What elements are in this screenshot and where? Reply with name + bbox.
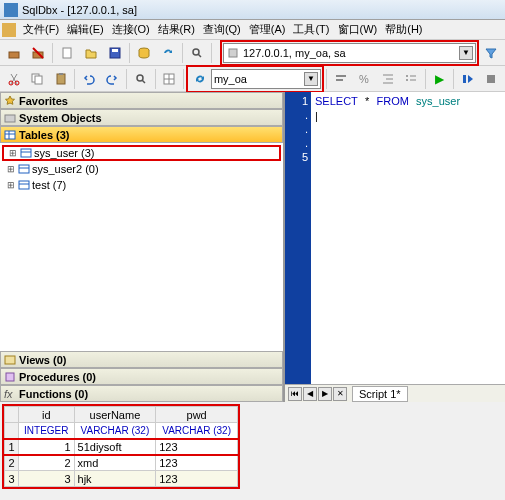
- menu-file[interactable]: 文件(F): [19, 20, 63, 39]
- svg-rect-5: [112, 49, 118, 52]
- tab-prev-button[interactable]: ◀: [303, 387, 317, 401]
- tree-node[interactable]: ⊞test (7): [2, 177, 281, 193]
- tab-next-button[interactable]: ▶: [318, 387, 332, 401]
- filter-button[interactable]: [480, 42, 502, 64]
- svg-rect-31: [463, 75, 466, 83]
- menu-window[interactable]: 窗口(W): [334, 20, 382, 39]
- tab-first-button[interactable]: ⏮: [288, 387, 302, 401]
- main-area: Favorites System Objects Tables (3) ⊞sys…: [0, 92, 505, 402]
- search-button[interactable]: [186, 42, 208, 64]
- menu-edit[interactable]: 编辑(E): [63, 20, 108, 39]
- cell[interactable]: 2: [19, 455, 75, 471]
- script-tab[interactable]: Script 1*: [352, 386, 408, 402]
- disconnect-button[interactable]: [27, 42, 49, 64]
- expand-icon[interactable]: ⊞: [6, 180, 16, 190]
- refresh-button[interactable]: [157, 42, 179, 64]
- sql-keyword: SELECT: [315, 95, 358, 107]
- column-type: VARCHAR (32): [74, 423, 156, 439]
- proc-icon: [4, 371, 16, 383]
- svg-rect-13: [35, 76, 42, 84]
- tree-label: test (7): [32, 179, 66, 191]
- pane-views[interactable]: Views (0): [0, 351, 283, 368]
- row-header[interactable]: 2: [5, 455, 19, 471]
- table-icon: [18, 179, 30, 191]
- app-icon: [4, 3, 18, 17]
- db-refresh-button[interactable]: [189, 68, 211, 90]
- pane-procedures[interactable]: Procedures (0): [0, 368, 283, 385]
- tab-close-button[interactable]: ✕: [333, 387, 347, 401]
- row-header[interactable]: 3: [5, 471, 19, 487]
- paste-button[interactable]: [50, 68, 71, 90]
- new-button[interactable]: [56, 42, 78, 64]
- menu-connect[interactable]: 连接(O): [108, 20, 154, 39]
- sql-identifier: sys_user: [416, 95, 460, 107]
- save-button[interactable]: [104, 42, 126, 64]
- copy-button[interactable]: [26, 68, 47, 90]
- line-gutter: 1...5: [285, 92, 311, 384]
- find-button[interactable]: [130, 68, 151, 90]
- column-header[interactable]: id: [19, 407, 75, 423]
- list-button[interactable]: [400, 68, 421, 90]
- chevron-down-icon[interactable]: ▼: [304, 72, 318, 86]
- grid-button[interactable]: [159, 68, 180, 90]
- svg-point-28: [406, 79, 408, 81]
- svg-rect-33: [5, 115, 15, 122]
- svg-rect-43: [5, 356, 15, 364]
- pane-system[interactable]: System Objects: [0, 109, 283, 126]
- stop-button[interactable]: [480, 68, 501, 90]
- tree-view[interactable]: ⊞sys_user (3)⊞sys_user2 (0)⊞test (7): [0, 143, 283, 351]
- pane-functions[interactable]: fx Functions (0): [0, 385, 283, 402]
- svg-rect-22: [336, 79, 343, 81]
- sql-editor[interactable]: SELECT * FROM sys_user |: [311, 92, 505, 384]
- menu-admin[interactable]: 管理(A): [245, 20, 290, 39]
- svg-rect-3: [63, 48, 71, 58]
- step-button[interactable]: [457, 68, 478, 90]
- cell[interactable]: hjk: [74, 471, 156, 487]
- cell[interactable]: 123: [156, 455, 238, 471]
- pane-label: System Objects: [19, 112, 102, 124]
- svg-line-8: [198, 54, 201, 57]
- tree-node[interactable]: ⊞sys_user (3): [2, 145, 281, 161]
- database-combo[interactable]: my_oa ▼: [211, 69, 321, 89]
- star-icon: [4, 95, 16, 107]
- format-button[interactable]: [330, 68, 351, 90]
- open-button[interactable]: [80, 42, 102, 64]
- row-header[interactable]: 1: [5, 439, 19, 455]
- cell[interactable]: 3: [19, 471, 75, 487]
- menu-query[interactable]: 查询(Q): [199, 20, 245, 39]
- table-icon: [4, 129, 16, 141]
- db-button[interactable]: [133, 42, 155, 64]
- pane-label: Procedures (0): [19, 371, 96, 383]
- column-header[interactable]: pwd: [156, 407, 238, 423]
- connection-text: 127.0.0.1, my_oa, sa: [243, 47, 459, 59]
- svg-rect-14: [57, 74, 65, 84]
- cell[interactable]: 123: [156, 439, 238, 455]
- tree-node[interactable]: ⊞sys_user2 (0): [2, 161, 281, 177]
- comment-button[interactable]: %: [353, 68, 374, 90]
- menu-result[interactable]: 结果(R): [154, 20, 199, 39]
- database-text: my_oa: [214, 73, 304, 85]
- connect-button[interactable]: [3, 42, 25, 64]
- indent-button[interactable]: [377, 68, 398, 90]
- cell[interactable]: 1: [19, 439, 75, 455]
- pane-tables[interactable]: Tables (3): [0, 126, 283, 143]
- menu-tools[interactable]: 工具(T): [289, 20, 333, 39]
- left-panel: Favorites System Objects Tables (3) ⊞sys…: [0, 92, 285, 402]
- chevron-down-icon[interactable]: ▼: [459, 46, 473, 60]
- redo-button[interactable]: [102, 68, 123, 90]
- svg-rect-44: [6, 373, 14, 381]
- cut-button[interactable]: [3, 68, 24, 90]
- expand-icon[interactable]: ⊞: [8, 148, 18, 158]
- undo-button[interactable]: [78, 68, 99, 90]
- column-header[interactable]: userName: [74, 407, 156, 423]
- toolbar-1: 127.0.0.1, my_oa, sa ▼: [0, 40, 505, 66]
- cell[interactable]: 123: [156, 471, 238, 487]
- execute-button[interactable]: ▶: [429, 68, 450, 90]
- pane-label: Favorites: [19, 95, 68, 107]
- cell[interactable]: xmd: [74, 455, 156, 471]
- expand-icon[interactable]: ⊞: [6, 164, 16, 174]
- cell[interactable]: 51diysoft: [74, 439, 156, 455]
- menu-help[interactable]: 帮助(H): [381, 20, 426, 39]
- connection-combo[interactable]: 127.0.0.1, my_oa, sa ▼: [223, 43, 476, 63]
- pane-favorites[interactable]: Favorites: [0, 92, 283, 109]
